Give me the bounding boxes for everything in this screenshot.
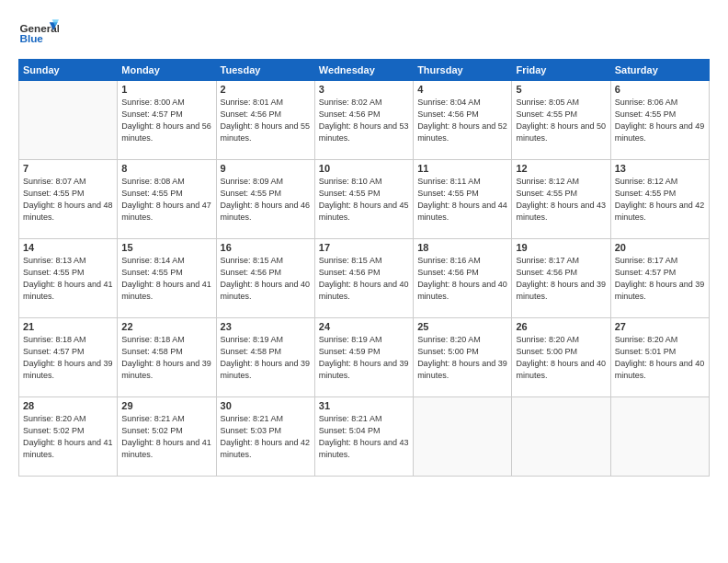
day-cell: 10Sunrise: 8:10 AMSunset: 4:55 PMDayligh… bbox=[314, 160, 413, 239]
day-number: 15 bbox=[121, 242, 211, 253]
weekday-header-sunday: Sunday bbox=[19, 60, 118, 81]
week-row-1: 7Sunrise: 8:07 AMSunset: 4:55 PMDaylight… bbox=[19, 160, 710, 239]
svg-text:Blue: Blue bbox=[19, 32, 43, 44]
day-info: Sunrise: 8:04 AMSunset: 4:56 PMDaylight:… bbox=[417, 97, 507, 144]
day-info: Sunrise: 8:19 AMSunset: 4:59 PMDaylight:… bbox=[319, 334, 409, 382]
day-number: 5 bbox=[516, 84, 606, 95]
week-row-0: 1Sunrise: 8:00 AMSunset: 4:57 PMDaylight… bbox=[19, 81, 710, 160]
day-info: Sunrise: 8:13 AMSunset: 4:55 PMDaylight:… bbox=[23, 255, 113, 303]
day-cell: 31Sunrise: 8:21 AMSunset: 5:04 PMDayligh… bbox=[314, 397, 413, 477]
day-info: Sunrise: 8:14 AMSunset: 4:55 PMDaylight:… bbox=[121, 255, 211, 303]
day-number: 10 bbox=[319, 163, 409, 174]
logo: General Blue bbox=[18, 17, 59, 50]
day-number: 19 bbox=[516, 242, 606, 253]
day-cell: 19Sunrise: 8:17 AMSunset: 4:56 PMDayligh… bbox=[512, 239, 610, 318]
day-number: 21 bbox=[23, 321, 113, 332]
day-cell: 3Sunrise: 8:02 AMSunset: 4:56 PMDaylight… bbox=[314, 81, 413, 160]
weekday-header-wednesday: Wednesday bbox=[314, 60, 413, 81]
day-cell: 7Sunrise: 8:07 AMSunset: 4:55 PMDaylight… bbox=[19, 160, 118, 239]
day-info: Sunrise: 8:21 AMSunset: 5:02 PMDaylight:… bbox=[121, 413, 211, 461]
day-cell: 2Sunrise: 8:01 AMSunset: 4:56 PMDaylight… bbox=[216, 81, 314, 160]
day-info: Sunrise: 8:16 AMSunset: 4:56 PMDaylight:… bbox=[417, 255, 507, 303]
day-number: 25 bbox=[417, 321, 507, 332]
day-cell: 6Sunrise: 8:06 AMSunset: 4:55 PMDaylight… bbox=[610, 81, 709, 160]
day-info: Sunrise: 8:19 AMSunset: 4:58 PMDaylight:… bbox=[221, 334, 311, 382]
weekday-header-friday: Friday bbox=[512, 60, 610, 81]
day-cell bbox=[414, 397, 512, 477]
day-cell: 25Sunrise: 8:20 AMSunset: 5:00 PMDayligh… bbox=[414, 318, 512, 397]
weekday-header-thursday: Thursday bbox=[414, 60, 512, 81]
day-number: 7 bbox=[23, 163, 113, 174]
day-cell: 20Sunrise: 8:17 AMSunset: 4:57 PMDayligh… bbox=[610, 239, 709, 318]
day-number: 20 bbox=[615, 242, 705, 253]
day-cell: 16Sunrise: 8:15 AMSunset: 4:56 PMDayligh… bbox=[216, 239, 314, 318]
weekday-header-saturday: Saturday bbox=[610, 60, 709, 81]
day-number: 8 bbox=[121, 163, 211, 174]
day-info: Sunrise: 8:08 AMSunset: 4:55 PMDaylight:… bbox=[121, 176, 211, 224]
weekday-header-row: SundayMondayTuesdayWednesdayThursdayFrid… bbox=[19, 60, 710, 81]
day-info: Sunrise: 8:12 AMSunset: 4:55 PMDaylight:… bbox=[516, 176, 606, 224]
day-number: 30 bbox=[221, 400, 311, 411]
day-info: Sunrise: 8:07 AMSunset: 4:55 PMDaylight:… bbox=[23, 176, 113, 224]
day-cell: 26Sunrise: 8:20 AMSunset: 5:00 PMDayligh… bbox=[512, 318, 610, 397]
day-cell: 22Sunrise: 8:18 AMSunset: 4:58 PMDayligh… bbox=[118, 318, 216, 397]
day-info: Sunrise: 8:21 AMSunset: 5:04 PMDaylight:… bbox=[319, 413, 409, 461]
day-info: Sunrise: 8:20 AMSunset: 5:00 PMDaylight:… bbox=[516, 334, 606, 382]
day-info: Sunrise: 8:05 AMSunset: 4:55 PMDaylight:… bbox=[516, 97, 606, 144]
day-cell: 9Sunrise: 8:09 AMSunset: 4:55 PMDaylight… bbox=[216, 160, 314, 239]
day-cell: 8Sunrise: 8:08 AMSunset: 4:55 PMDaylight… bbox=[118, 160, 216, 239]
day-info: Sunrise: 8:10 AMSunset: 4:55 PMDaylight:… bbox=[319, 176, 409, 224]
day-number: 11 bbox=[417, 163, 507, 174]
day-info: Sunrise: 8:20 AMSunset: 5:02 PMDaylight:… bbox=[23, 413, 113, 461]
day-cell: 28Sunrise: 8:20 AMSunset: 5:02 PMDayligh… bbox=[19, 397, 118, 477]
day-number: 28 bbox=[23, 400, 113, 411]
day-cell: 1Sunrise: 8:00 AMSunset: 4:57 PMDaylight… bbox=[118, 81, 216, 160]
day-info: Sunrise: 8:06 AMSunset: 4:55 PMDaylight:… bbox=[615, 97, 705, 144]
day-number: 29 bbox=[121, 400, 211, 411]
day-number: 27 bbox=[615, 321, 705, 332]
day-info: Sunrise: 8:21 AMSunset: 5:03 PMDaylight:… bbox=[221, 413, 311, 461]
weekday-header-tuesday: Tuesday bbox=[216, 60, 314, 81]
day-number: 31 bbox=[319, 400, 409, 411]
week-row-4: 28Sunrise: 8:20 AMSunset: 5:02 PMDayligh… bbox=[19, 397, 710, 477]
day-number: 23 bbox=[221, 321, 311, 332]
day-info: Sunrise: 8:17 AMSunset: 4:57 PMDaylight:… bbox=[615, 255, 705, 303]
day-cell: 17Sunrise: 8:15 AMSunset: 4:56 PMDayligh… bbox=[314, 239, 413, 318]
day-info: Sunrise: 8:01 AMSunset: 4:56 PMDaylight:… bbox=[221, 97, 311, 144]
logo-icon: General Blue bbox=[18, 17, 59, 50]
day-cell: 4Sunrise: 8:04 AMSunset: 4:56 PMDaylight… bbox=[414, 81, 512, 160]
day-number: 26 bbox=[516, 321, 606, 332]
week-row-3: 21Sunrise: 8:18 AMSunset: 4:57 PMDayligh… bbox=[19, 318, 710, 397]
day-number: 22 bbox=[121, 321, 211, 332]
day-cell: 21Sunrise: 8:18 AMSunset: 4:57 PMDayligh… bbox=[19, 318, 118, 397]
day-info: Sunrise: 8:20 AMSunset: 5:01 PMDaylight:… bbox=[615, 334, 705, 382]
day-info: Sunrise: 8:11 AMSunset: 4:55 PMDaylight:… bbox=[417, 176, 507, 224]
day-number: 18 bbox=[417, 242, 507, 253]
day-cell: 11Sunrise: 8:11 AMSunset: 4:55 PMDayligh… bbox=[414, 160, 512, 239]
day-number: 1 bbox=[121, 84, 211, 95]
day-cell: 15Sunrise: 8:14 AMSunset: 4:55 PMDayligh… bbox=[118, 239, 216, 318]
calendar-table: SundayMondayTuesdayWednesdayThursdayFrid… bbox=[18, 59, 710, 477]
day-number: 17 bbox=[319, 242, 409, 253]
day-number: 2 bbox=[221, 84, 311, 95]
day-cell: 13Sunrise: 8:12 AMSunset: 4:55 PMDayligh… bbox=[610, 160, 709, 239]
day-number: 6 bbox=[615, 84, 705, 95]
day-number: 12 bbox=[516, 163, 606, 174]
day-number: 9 bbox=[221, 163, 311, 174]
day-cell: 24Sunrise: 8:19 AMSunset: 4:59 PMDayligh… bbox=[314, 318, 413, 397]
day-info: Sunrise: 8:12 AMSunset: 4:55 PMDaylight:… bbox=[615, 176, 705, 224]
day-info: Sunrise: 8:15 AMSunset: 4:56 PMDaylight:… bbox=[319, 255, 409, 303]
page: General Blue SundayMondayTuesdayWednesda… bbox=[0, 0, 728, 563]
day-number: 3 bbox=[319, 84, 409, 95]
day-info: Sunrise: 8:17 AMSunset: 4:56 PMDaylight:… bbox=[516, 255, 606, 303]
day-number: 16 bbox=[221, 242, 311, 253]
day-cell: 5Sunrise: 8:05 AMSunset: 4:55 PMDaylight… bbox=[512, 81, 610, 160]
day-number: 14 bbox=[23, 242, 113, 253]
header: General Blue bbox=[18, 17, 710, 50]
day-number: 4 bbox=[417, 84, 507, 95]
weekday-header-monday: Monday bbox=[118, 60, 216, 81]
day-number: 13 bbox=[615, 163, 705, 174]
day-cell: 29Sunrise: 8:21 AMSunset: 5:02 PMDayligh… bbox=[118, 397, 216, 477]
day-cell: 18Sunrise: 8:16 AMSunset: 4:56 PMDayligh… bbox=[414, 239, 512, 318]
day-cell: 30Sunrise: 8:21 AMSunset: 5:03 PMDayligh… bbox=[216, 397, 314, 477]
